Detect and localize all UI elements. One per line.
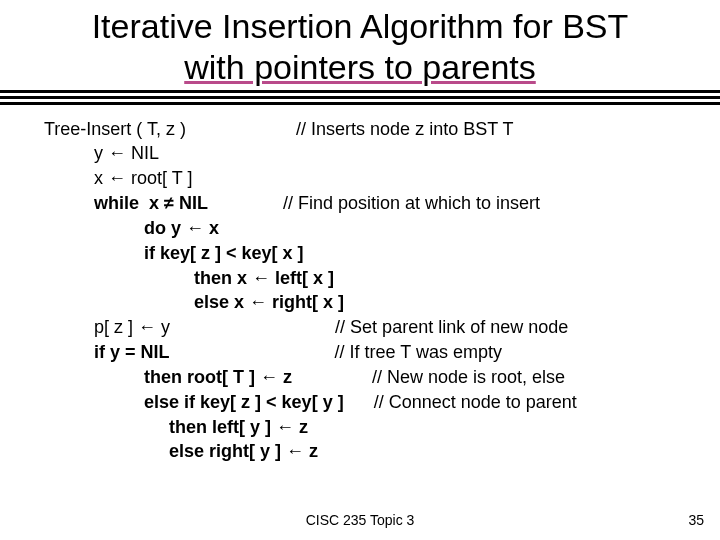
code-line: do y ← x bbox=[44, 216, 690, 241]
page-number: 35 bbox=[688, 512, 704, 528]
code-text: if key[ z ] < key[ x ] bbox=[144, 243, 304, 263]
code-text: x ← root[ T ] bbox=[94, 168, 192, 188]
code-text: p[ z ] ← y bbox=[94, 317, 170, 337]
code-keyword: while x ≠ NIL bbox=[94, 193, 208, 213]
code-line: else x ← right[ x ] bbox=[44, 290, 690, 315]
code-comment: // Set parent link of new node bbox=[335, 317, 568, 337]
code-text: then x ← left[ x ] bbox=[194, 268, 334, 288]
code-comment: // If tree T was empty bbox=[335, 342, 502, 362]
pseudocode-block: Tree-Insert ( T, z ) // Inserts node z i… bbox=[0, 105, 720, 465]
code-line: while x ≠ NIL // Find position at which … bbox=[44, 191, 690, 216]
code-text: if y = NIL bbox=[94, 342, 170, 362]
code-text: do y ← x bbox=[144, 218, 219, 238]
code-text: y ← NIL bbox=[94, 143, 159, 163]
title-underline: with pointers to parents bbox=[184, 48, 536, 86]
code-line: then root[ T ] ← z // New node is root, … bbox=[44, 365, 690, 390]
code-text: then left[ y ] ← z bbox=[169, 417, 308, 437]
code-line: Tree-Insert ( T, z ) // Inserts node z i… bbox=[44, 117, 690, 142]
code-comment: // Find position at which to insert bbox=[283, 193, 540, 213]
code-line: then left[ y ] ← z bbox=[44, 415, 690, 440]
code-comment: // New node is root, else bbox=[372, 367, 565, 387]
code-text: then root[ T ] ← z bbox=[144, 367, 292, 387]
code-line: y ← NIL bbox=[44, 141, 690, 166]
divider-rules bbox=[0, 90, 720, 105]
code-line: then x ← left[ x ] bbox=[44, 266, 690, 291]
code-text: else right[ y ] ← z bbox=[169, 441, 318, 461]
title-line-2: with pointers to parents bbox=[184, 48, 536, 86]
code-line: p[ z ] ← y // Set parent link of new nod… bbox=[44, 315, 690, 340]
code-line: else right[ y ] ← z bbox=[44, 439, 690, 464]
code-text: else if key[ z ] < key[ y ] bbox=[144, 392, 344, 412]
code-line: else if key[ z ] < key[ y ] // Connect n… bbox=[44, 390, 690, 415]
slide-title: Iterative Insertion Algorithm for BST wi… bbox=[0, 0, 720, 88]
code-comment: // Inserts node z into BST T bbox=[296, 119, 513, 139]
code-line: if key[ z ] < key[ x ] bbox=[44, 241, 690, 266]
title-line-1: Iterative Insertion Algorithm for BST bbox=[92, 7, 629, 45]
code-line: x ← root[ T ] bbox=[44, 166, 690, 191]
code-line: if y = NIL // If tree T was empty bbox=[44, 340, 690, 365]
code-comment: // Connect node to parent bbox=[374, 392, 577, 412]
code-text: else x ← right[ x ] bbox=[194, 292, 344, 312]
footer-text: CISC 235 Topic 3 bbox=[0, 512, 720, 528]
code-text: Tree-Insert ( T, z ) bbox=[44, 119, 186, 139]
